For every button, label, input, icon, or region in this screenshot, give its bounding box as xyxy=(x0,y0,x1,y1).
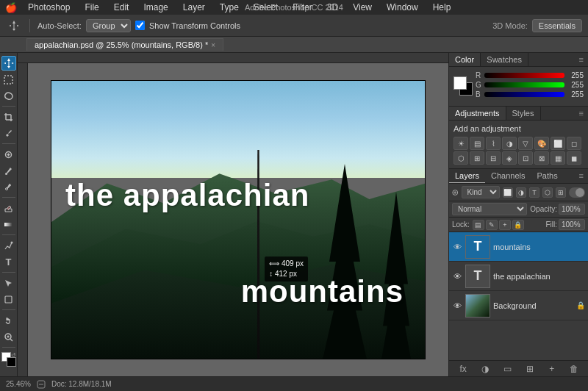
heal-tool[interactable] xyxy=(1,147,16,162)
layer-background[interactable]: 👁 Background 🔒 xyxy=(449,291,588,320)
crop-tool[interactable] xyxy=(1,110,16,124)
layer-appalachian[interactable]: 👁 T the appalachian xyxy=(449,262,588,291)
opacity-input[interactable] xyxy=(559,204,585,215)
eyedropper-tool[interactable] xyxy=(1,126,16,140)
b-value: 255 xyxy=(567,90,584,98)
mask-btn[interactable]: ▭ xyxy=(501,363,514,375)
channel-mixer-btn[interactable]: ⊞ xyxy=(470,151,484,165)
colorbal-btn[interactable]: ⬜ xyxy=(551,137,565,150)
blend-mode-dropdown[interactable]: Normal Multiply Screen xyxy=(452,203,527,215)
layers-panel-close[interactable]: ≡ xyxy=(575,169,588,183)
essentials-btn[interactable]: Essentials xyxy=(532,19,582,32)
layer-visibility-mountains[interactable]: 👁 xyxy=(452,242,462,252)
tab-color[interactable]: Color xyxy=(449,53,481,66)
color-swatch-widget[interactable]: ↺ xyxy=(1,352,16,367)
layer-filter-toggle[interactable] xyxy=(569,187,585,198)
pixel-filter-btn[interactable]: ⬜ xyxy=(503,187,513,198)
menu-photoshop[interactable]: Photoshop xyxy=(25,2,73,12)
menu-type[interactable]: Type xyxy=(217,2,242,12)
canvas-image[interactable]: the appalachian mountains ⟺ 409 px ↕ 412… xyxy=(51,80,426,359)
marquee-tool[interactable] xyxy=(1,72,16,87)
layer-visibility-appalachian[interactable]: 👁 xyxy=(452,271,462,281)
invert-btn[interactable]: ◈ xyxy=(502,151,517,165)
group-btn[interactable]: ⊞ xyxy=(523,363,537,375)
adj-filter-btn[interactable]: ◑ xyxy=(516,187,526,198)
vibrance-btn[interactable]: ▽ xyxy=(518,137,533,150)
color-r-row: R 255 G 255 B 255 xyxy=(453,71,584,100)
svg-line-17 xyxy=(10,339,12,341)
g-slider[interactable] xyxy=(484,82,564,87)
new-layer-btn[interactable]: + xyxy=(545,363,559,375)
menu-edit[interactable]: Edit xyxy=(111,2,132,12)
menu-help[interactable]: Help xyxy=(430,2,454,12)
color-panel-close[interactable]: ≡ xyxy=(575,53,588,66)
type-tool[interactable]: T xyxy=(1,254,16,269)
layer-mountains[interactable]: 👁 T mountains xyxy=(449,232,588,262)
menu-layer[interactable]: Layer xyxy=(180,2,208,12)
color-fg-bg[interactable] xyxy=(453,76,473,96)
hand-tool[interactable] xyxy=(1,313,16,328)
exposure-btn[interactable]: ◑ xyxy=(502,137,517,150)
document-tab[interactable]: appalachian.psd @ 25.5% (mountains, RGB/… xyxy=(26,38,223,51)
show-transform-checkbox[interactable] xyxy=(135,21,145,30)
threshold-btn[interactable]: ⊠ xyxy=(534,151,549,165)
lasso-tool[interactable] xyxy=(1,88,16,103)
clone-tool[interactable] xyxy=(1,179,16,194)
tab-styles[interactable]: Styles xyxy=(506,107,541,120)
kind-dropdown[interactable]: Kind xyxy=(462,186,500,198)
levels-btn[interactable]: ▤ xyxy=(470,137,484,150)
smart-filter-btn[interactable]: ⊞ xyxy=(556,187,566,198)
move-tool[interactable] xyxy=(1,56,16,71)
posterize-btn[interactable]: ⊡ xyxy=(518,151,533,165)
path-select-tool[interactable] xyxy=(1,276,16,290)
shape-filter-btn[interactable]: ⬡ xyxy=(542,187,553,198)
r-slider[interactable] xyxy=(484,73,564,78)
layer-visibility-background[interactable]: 👁 xyxy=(452,301,462,311)
adj-panel-close[interactable]: ≡ xyxy=(575,107,588,120)
zoom-tool[interactable] xyxy=(1,329,16,344)
bw-btn[interactable]: ◻ xyxy=(567,137,581,150)
photo-filter-btn[interactable]: ⬡ xyxy=(453,151,468,165)
r-value: 255 xyxy=(567,71,584,79)
curves-btn[interactable]: ⌇ xyxy=(486,137,501,150)
tab-channels[interactable]: Channels xyxy=(485,169,531,183)
lock-all-btn[interactable]: 🔒 xyxy=(512,220,524,230)
canvas-content[interactable]: the appalachian mountains ⟺ 409 px ↕ 412… xyxy=(28,63,448,376)
pen-tool[interactable] xyxy=(1,238,16,253)
tab-swatches[interactable]: Swatches xyxy=(481,53,528,66)
brush-tool[interactable] xyxy=(1,163,16,178)
menu-window[interactable]: Window xyxy=(384,2,421,12)
lock-image-btn[interactable]: ✎ xyxy=(486,220,498,230)
fill-label: Fill: xyxy=(545,220,557,229)
tab-paths[interactable]: Paths xyxy=(531,169,564,183)
menu-view[interactable]: View xyxy=(350,2,375,12)
gradient-tool[interactable] xyxy=(1,217,16,232)
apple-menu[interactable]: 🍎 xyxy=(6,2,16,12)
layer-name-appalachian: the appalachian xyxy=(493,272,585,281)
tab-close-btn[interactable]: × xyxy=(211,41,215,49)
move-tool-btn[interactable] xyxy=(6,19,22,32)
menu-image[interactable]: Image xyxy=(140,2,171,12)
gradient-map-btn[interactable]: ▦ xyxy=(551,151,565,165)
canvas-area[interactable]: the appalachian mountains ⟺ 409 px ↕ 412… xyxy=(18,53,448,376)
fill-input[interactable] xyxy=(559,219,585,230)
foreground-color[interactable] xyxy=(453,76,467,90)
shape-tool[interactable] xyxy=(1,292,16,306)
selective-color-btn[interactable]: ◼ xyxy=(567,151,581,165)
tab-adjustments[interactable]: Adjustments xyxy=(449,107,506,120)
lock-pixels-btn[interactable]: ▤ xyxy=(473,220,484,230)
eraser-tool[interactable] xyxy=(1,201,16,215)
menu-file[interactable]: File xyxy=(82,2,101,12)
auto-select-dropdown[interactable]: Group Layer xyxy=(86,19,131,32)
fx-btn[interactable]: fx xyxy=(456,363,470,375)
tab-layers[interactable]: Layers xyxy=(449,169,485,183)
type-filter-btn[interactable]: T xyxy=(529,187,539,198)
lock-position-btn[interactable]: + xyxy=(499,220,511,230)
new-fill-btn[interactable]: ◑ xyxy=(478,363,492,375)
hsl-btn[interactable]: 🎨 xyxy=(534,137,549,150)
delete-layer-btn[interactable]: 🗑 xyxy=(567,363,581,375)
b-slider[interactable] xyxy=(484,92,564,97)
brightness-contrast-btn[interactable]: ☀ xyxy=(453,137,468,150)
color-lookup-btn[interactable]: ⊟ xyxy=(486,151,501,165)
svg-point-21 xyxy=(454,191,456,193)
